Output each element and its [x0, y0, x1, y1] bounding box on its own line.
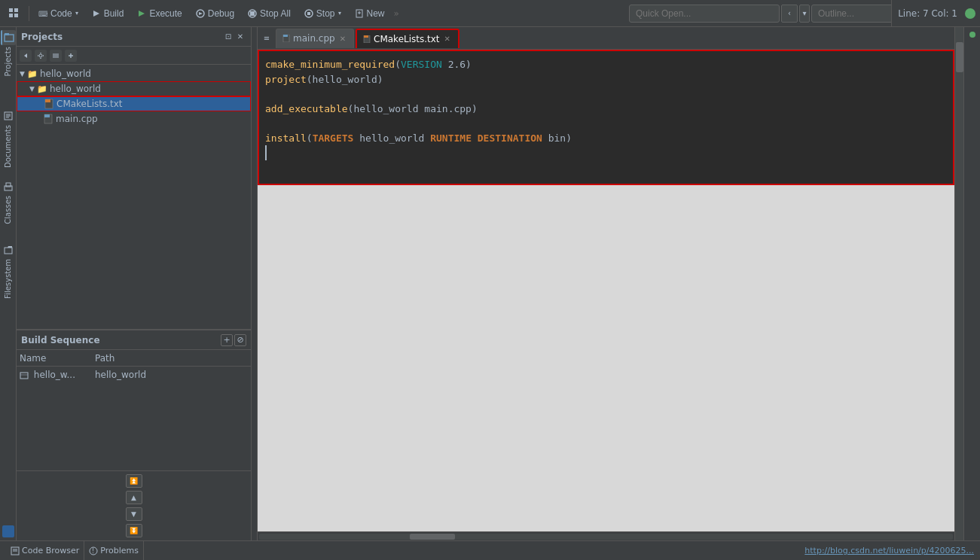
- code-label: Code: [50, 8, 72, 19]
- sidebar-icon-projects[interactable]: [1, 30, 16, 45]
- hscroll-track[interactable]: [259, 534, 953, 540]
- build-label: Build: [104, 8, 124, 19]
- documents-icon: [4, 111, 13, 120]
- tab-close-main[interactable]: ✕: [338, 34, 347, 44]
- more-tools-icon[interactable]: »: [392, 8, 401, 19]
- projects-panel-expand-btn[interactable]: ⊡: [222, 31, 234, 43]
- tree-item-maincpp[interactable]: main.cpp: [17, 111, 251, 126]
- stop-icon: [304, 9, 313, 18]
- projects-add-btn[interactable]: [65, 50, 77, 62]
- tree-item-root[interactable]: ▼ 📁 hello_world: [17, 66, 251, 81]
- tree-label-cmake: CMakeLists.txt: [56, 99, 123, 109]
- svg-rect-45: [364, 35, 368, 38]
- code-editor[interactable]: cmake_minimum_required(VERSION 2.6) proj…: [258, 50, 954, 185]
- tab-bar: ≡ main.cpp ✕ CMakeLists.txt ✕: [258, 27, 954, 50]
- svg-text:!: !: [92, 548, 94, 555]
- code-menu-button[interactable]: ⌨ Code ▾: [32, 3, 84, 24]
- add-icon: [67, 52, 75, 59]
- scroll-down-btn[interactable]: ▼: [126, 507, 142, 521]
- scroll-bottom-btn[interactable]: ⏬: [126, 524, 142, 537]
- svg-rect-1: [14, 8, 18, 12]
- stop-arrow-icon: ▾: [338, 10, 341, 17]
- stop-label: Stop: [316, 8, 335, 19]
- documents-label-rotated: Documents: [4, 125, 12, 178]
- bottom-icon: [2, 525, 14, 537]
- right-sidebar-documentation[interactable]: [971, 57, 974, 66]
- tree-label-root: hello_world: [40, 68, 91, 79]
- bottom-action-icon[interactable]: [2, 525, 14, 537]
- debug-button[interactable]: Debug: [190, 3, 240, 24]
- tab-main-cpp[interactable]: main.cpp ✕: [276, 29, 354, 48]
- execute-label: Execute: [149, 8, 182, 19]
- hscroll[interactable]: [258, 531, 954, 540]
- stop-all-icon: [248, 9, 257, 18]
- projects-back-btn[interactable]: [20, 50, 32, 62]
- build-add-btn[interactable]: +: [221, 334, 233, 346]
- scroll-up-btn[interactable]: ▲: [126, 491, 142, 504]
- code-icon: ⌨: [38, 9, 47, 18]
- svg-rect-3: [14, 14, 18, 17]
- tab-close-cmake[interactable]: ✕: [443, 34, 452, 44]
- scroll-top-btn[interactable]: ⏫: [126, 474, 142, 488]
- projects-settings-btn[interactable]: [35, 50, 47, 62]
- projects-panel: Projects ⊡ ✕: [17, 27, 251, 330]
- sidebar-icon-filesystem[interactable]: [1, 242, 16, 257]
- vscroll-track[interactable]: [955, 27, 963, 540]
- code-browser-label: Code Browser: [22, 546, 79, 555]
- status-code-browser[interactable]: Code Browser: [6, 541, 84, 560]
- tab-list-icon[interactable]: ≡: [261, 32, 273, 44]
- svg-rect-12: [307, 12, 310, 15]
- build-scroll-controls: ⏫ ▲ ▼ ⏬: [17, 470, 251, 540]
- stop-button[interactable]: Stop ▾: [298, 3, 347, 24]
- tree-label-hello: hello_world: [50, 84, 101, 94]
- sidebar-icon-documents[interactable]: [1, 108, 16, 123]
- right-sidebar-snippets[interactable]: [971, 48, 974, 57]
- projects-panel-close-btn[interactable]: ✕: [234, 31, 246, 43]
- stop-all-button[interactable]: Stop All: [242, 3, 297, 24]
- classes-label-rotated: Classes: [4, 196, 12, 241]
- projects-panel-title: Projects: [21, 32, 222, 42]
- editor-empty-area[interactable]: [258, 185, 954, 531]
- svg-rect-43: [283, 35, 288, 37]
- tree-arrow-hello: ▼: [29, 85, 35, 93]
- build-add-icon: +: [223, 335, 230, 345]
- filesystem-label-rotated: Filesystem: [4, 259, 12, 312]
- build-panel: Build Sequence + ⊘ Name Path: [17, 330, 251, 540]
- build-remove-btn[interactable]: ⊘: [234, 334, 246, 346]
- right-sidebar-external-scripts[interactable]: [971, 39, 974, 48]
- vertical-divider[interactable]: [252, 27, 258, 540]
- tab-cmake[interactable]: CMakeLists.txt ✕: [356, 29, 459, 48]
- problems-icon: !: [89, 546, 98, 555]
- separator-1: [29, 6, 29, 21]
- line-col-text: Line: 7 Col: 1: [898, 8, 957, 19]
- svg-rect-10: [250, 11, 255, 16]
- debug-label: Debug: [208, 8, 234, 19]
- status-link[interactable]: http://blog.csdn.net/liuwein/p/4200625..…: [804, 546, 974, 555]
- svg-marker-6: [139, 11, 145, 17]
- tree-arrow-root: ▼: [20, 70, 25, 78]
- vscroll-thumb[interactable]: [956, 42, 963, 72]
- app-menu-button[interactable]: [3, 3, 26, 24]
- projects-config-btn[interactable]: [50, 50, 62, 62]
- sidebar-icon-classes[interactable]: [1, 179, 16, 194]
- build-row-icon: [20, 371, 29, 380]
- quick-open-input[interactable]: [629, 5, 780, 23]
- nav-back-button[interactable]: ‹: [781, 5, 798, 23]
- tree-item-cmake[interactable]: CMakeLists.txt: [17, 96, 251, 111]
- build-button[interactable]: Build: [86, 3, 130, 24]
- build-col-path-header: Path: [95, 353, 248, 364]
- build-row-0[interactable]: hello_w... hello_world: [17, 367, 251, 383]
- grid-icon: [9, 8, 20, 19]
- tab-label-main: main.cpp: [293, 33, 335, 44]
- new-button[interactable]: New: [349, 3, 391, 24]
- execute-button[interactable]: Execute: [131, 3, 188, 24]
- stop-all-label: Stop All: [260, 8, 291, 19]
- tree-item-hello-world[interactable]: ▼ 📁 hello_world: [17, 81, 251, 96]
- status-problems[interactable]: ! Problems: [84, 541, 144, 560]
- nav-arrow-dropdown[interactable]: ▾: [799, 5, 810, 23]
- hscroll-thumb[interactable]: [410, 534, 455, 540]
- vscroll: [954, 27, 963, 540]
- classes-icon: [4, 182, 13, 191]
- build-icon: [92, 9, 101, 18]
- center-panel: ≡ main.cpp ✕ CMakeLists.txt ✕: [258, 27, 954, 540]
